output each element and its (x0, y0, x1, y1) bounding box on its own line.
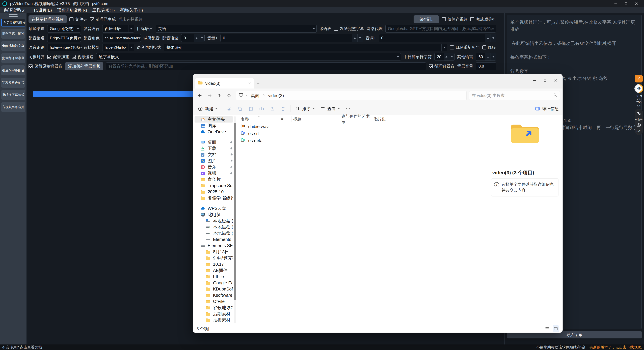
phone-icon[interactable] (636, 111, 641, 116)
clean-generated-checkbox[interactable]: 清理已生成 (90, 16, 116, 22)
menu-item[interactable]: 翻译设置(S) (1, 7, 28, 13)
column-header[interactable]: 标题 (292, 116, 340, 122)
sidebar-item[interactable]: 批转换字幕格式 (1, 90, 25, 100)
denoise-checkbox[interactable]: 降噪 (482, 45, 496, 50)
nav-item[interactable]: 后期素材 (194, 311, 233, 317)
help-link[interactable]: 不会使用? 点击查看文档 (2, 345, 42, 350)
doc-link[interactable]: 使用文档 (73, 1, 89, 6)
back-button[interactable] (196, 91, 204, 100)
llm-resegment-checkbox[interactable]: LLM重新断句 (450, 45, 480, 50)
breadcrumb-segment[interactable]: 桌面 (250, 92, 261, 99)
nav-item[interactable]: Google Earth Pro( (194, 280, 233, 286)
video-slowdown-checkbox[interactable]: 视频慢速 (72, 54, 94, 59)
asr-select[interactable]: faster-whisper(本地) (47, 43, 81, 51)
new-button[interactable]: 新建 (196, 104, 220, 113)
nav-item[interactable]: 此电脑 (194, 212, 233, 218)
rate-spinner[interactable]: 0 (181, 34, 204, 42)
nav-item[interactable]: 主文件夹 (194, 116, 233, 122)
nav-item[interactable]: 拍摄素材 (194, 317, 233, 323)
menu-item[interactable]: 帮助/关于(H) (118, 7, 146, 13)
nav-item[interactable]: 9.4视频完整素材 (194, 255, 233, 261)
app-minimize-button[interactable] (610, 0, 621, 7)
dock-app-icon[interactable]: ✓ (635, 75, 643, 82)
menu-item[interactable]: TTS设置(E) (28, 7, 54, 13)
sidebar-item[interactable]: 字幕多角色配音 (1, 78, 25, 88)
nav-item[interactable]: 谷歌地球Google Ea (194, 305, 233, 311)
column-header[interactable]: 唱片集 (372, 116, 411, 122)
nav-item[interactable]: 宣传片 (194, 176, 233, 183)
nav-item[interactable]: FIFile (194, 274, 233, 280)
paste-button[interactable] (246, 104, 256, 113)
site-link[interactable]: pvt9.com (92, 1, 108, 6)
pitch-spinner[interactable]: 0 (379, 34, 496, 42)
share-button[interactable] (268, 104, 277, 113)
new-tab-button[interactable] (254, 78, 262, 88)
nav-item[interactable]: 本地磁盘 (D:) (194, 224, 233, 230)
nav-item[interactable]: 8月13日 (194, 249, 233, 255)
keep-bgm-checkbox[interactable]: 保留原始背景音 (28, 63, 62, 69)
nav-item[interactable]: 下载 (194, 145, 233, 152)
voice-speedup-checkbox[interactable]: 配音加速 (47, 54, 69, 59)
tab-close-icon[interactable] (248, 81, 251, 86)
nav-item[interactable]: 视频素材 (194, 323, 233, 324)
breadcrumb[interactable]: 桌面video(3) (236, 91, 466, 100)
cut-button[interactable] (224, 104, 234, 113)
spin-down-icon[interactable] (199, 34, 204, 42)
add-bgm-button[interactable]: 添加额外背景音频 (65, 62, 103, 70)
update-link[interactable]: 有新的版本了，点击去下载:3.81 (590, 345, 642, 350)
column-header[interactable]: 参与创作的艺术家 (340, 116, 372, 122)
sidebar-item[interactable]: 识别字幕并翻译 (1, 29, 25, 39)
select-video-button[interactable]: 选择要处理的视频 (28, 15, 67, 23)
search-input[interactable] (472, 93, 553, 98)
forward-button[interactable] (205, 91, 214, 100)
menu-item[interactable]: 工具/选项(T) (90, 7, 118, 13)
subtitle-embed-select[interactable]: 硬字幕嵌入 (96, 53, 401, 61)
spin-down-icon[interactable] (490, 53, 496, 60)
explorer-tab[interactable]: video(3) (195, 78, 254, 88)
thumbnail-view-toggle[interactable] (553, 326, 559, 332)
sidebar-item[interactable]: 自定义视频翻译 (1, 19, 25, 26)
up-button[interactable] (215, 91, 224, 100)
delete-button[interactable] (278, 104, 288, 113)
nav-item[interactable]: KDubaSoftDownlo (194, 286, 233, 292)
spin-up-icon[interactable] (444, 53, 449, 60)
nav-item[interactable]: 音乐 (194, 164, 233, 170)
sidebar-item[interactable]: 音频视频转字幕 (1, 41, 25, 51)
spin-up-icon[interactable] (485, 53, 490, 60)
cjk-chars-spinner[interactable]: 20 (434, 53, 454, 61)
shutdown-checkbox[interactable]: 完成后关机 (470, 16, 496, 22)
listen-voice-link[interactable]: 试听配音 (144, 35, 160, 41)
nav-item[interactable]: Trapcode Suite (194, 183, 233, 189)
details-pane-button[interactable]: 详细信息 (535, 106, 560, 111)
translate-channel-select[interactable]: Google(免费) (47, 25, 81, 32)
nav-item[interactable]: 本地磁盘 (C:) (194, 218, 233, 224)
nav-scrollbar-thumb[interactable] (234, 123, 236, 300)
cpu-gauge[interactable]: 49 (634, 84, 643, 93)
nav-item[interactable]: WPS云盘 (194, 205, 233, 212)
nav-item[interactable]: Elements SE (F:) (194, 236, 233, 243)
folder-checkbox[interactable]: 文件夹 (70, 16, 87, 22)
only-video-checkbox[interactable]: 仅保存视频 (442, 16, 468, 22)
sidebar-item[interactable]: 批量翻译srt字幕 (1, 53, 25, 63)
send-full-subtitle-checkbox[interactable]: 发送完整字幕 (334, 26, 364, 31)
nav-item[interactable]: 暑假学 省级行政区辖 (194, 195, 233, 201)
source-lang-select[interactable]: 西班牙语 (102, 25, 134, 32)
tts-channel-select[interactable]: Edge-TTS(免费) (47, 34, 81, 42)
nav-item[interactable]: 2025-10 (194, 189, 233, 195)
screenshot-icon[interactable] (636, 123, 641, 128)
explorer-maximize-button[interactable] (540, 76, 550, 85)
nav-item[interactable]: 图片 (194, 158, 233, 164)
explorer-minimize-button[interactable] (529, 76, 540, 85)
target-lang-select[interactable]: 英语 (156, 25, 317, 32)
refresh-button[interactable] (225, 91, 234, 100)
app-maximize-button[interactable] (621, 0, 631, 7)
breadcrumb-segment[interactable]: video(3) (267, 93, 285, 99)
loop-bgm-checkbox[interactable]: 循环背景音 (429, 63, 454, 69)
ai-assistant-label[interactable]: AI助手 (635, 118, 642, 121)
nav-item[interactable]: Elements SE (F:) (194, 243, 233, 249)
glossary-link[interactable]: 术语表 (319, 26, 332, 31)
more-options-button[interactable] (343, 104, 353, 113)
nav-item[interactable]: OneDrive (194, 129, 233, 135)
bgm-path-input[interactable] (106, 62, 426, 70)
spin-up-icon[interactable] (194, 34, 199, 42)
